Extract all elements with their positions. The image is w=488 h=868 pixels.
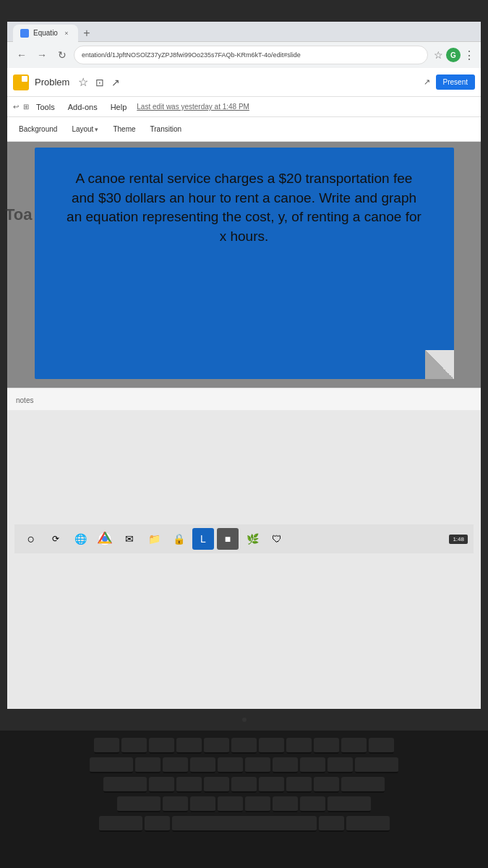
taskbar-home-icon[interactable]: ○ [20, 528, 42, 550]
key[interactable] [149, 777, 174, 793]
present-button[interactable]: Present [436, 75, 475, 90]
key-backspace[interactable] [355, 757, 398, 773]
undo-icon[interactable]: ↩ [13, 103, 19, 111]
key[interactable] [176, 738, 202, 754]
bookmark-icon[interactable]: ☆ [434, 49, 443, 61]
menu-bar: ↩ ⊞ Tools Add-ons Help Last edit was yes… [7, 97, 481, 117]
slide-container: A canoe rental service charges a $20 tra… [35, 148, 454, 382]
tab-label: Equatio [33, 29, 58, 37]
toolbar-background[interactable]: Background [13, 120, 63, 139]
taskbar-leaf-icon[interactable]: 🌿 [241, 528, 263, 550]
key[interactable] [163, 757, 188, 773]
key[interactable] [135, 757, 160, 773]
star-favorite-icon[interactable]: ☆ [78, 75, 88, 89]
key[interactable] [314, 777, 339, 793]
key-caps[interactable] [103, 777, 147, 793]
status-area: 1:48 [449, 535, 468, 544]
key[interactable] [300, 796, 325, 812]
key[interactable] [190, 757, 215, 773]
key-tab[interactable] [90, 757, 133, 773]
slides-share-icon: ↗ [111, 77, 120, 88]
speaker-notes-area[interactable]: notes [7, 388, 481, 410]
slides-logo-icon [13, 75, 29, 90]
new-tab-button[interactable]: + [78, 25, 95, 42]
key[interactable] [245, 757, 270, 773]
menu-help[interactable]: Help [105, 101, 133, 114]
browser-menu-icon[interactable]: ⋮ [463, 48, 475, 62]
toa-text: Toa [5, 205, 32, 224]
key[interactable] [149, 738, 174, 754]
key-ctrl[interactable] [99, 816, 142, 832]
taskbar-files-icon[interactable]: 📁 [143, 528, 165, 550]
refresh-button[interactable]: ↻ [53, 46, 71, 64]
key[interactable] [190, 796, 215, 812]
key-enter[interactable] [341, 777, 385, 793]
keyboard [0, 731, 488, 868]
key[interactable] [286, 777, 312, 793]
key-shift-right[interactable] [328, 796, 371, 812]
camera-notch [242, 718, 247, 722]
slides-right-actions: ↗ Present [424, 75, 475, 90]
browser-window: Equatio × + ← → ↻ entation/d/1JpftNOSOlZ… [7, 22, 481, 709]
key-space[interactable] [172, 816, 317, 832]
toolbar-transition[interactable]: Transition [145, 120, 188, 139]
toolbar-layout[interactable]: Layout ▾ [66, 120, 104, 139]
tab-close-btn[interactable]: × [62, 29, 71, 38]
forward-button[interactable]: → [33, 46, 51, 64]
key[interactable] [231, 777, 257, 793]
profile-avatar[interactable]: G [446, 48, 461, 62]
key[interactable] [204, 738, 229, 754]
taskbar-lock-icon[interactable]: 🔒 [168, 528, 189, 550]
active-tab[interactable]: Equatio × [13, 25, 78, 42]
taskbar: ○ ⟳ 🌐 ✉ 📁 🔒 L ■ 🌿 🛡 1:48 [14, 524, 474, 553]
toolbar-theme[interactable]: Theme [107, 120, 141, 139]
key[interactable] [273, 796, 298, 812]
key[interactable] [121, 738, 147, 754]
key[interactable] [300, 757, 325, 773]
laptop-screen: Equatio × + ← → ↻ entation/d/1JpftNOSOlZ… [0, 0, 488, 709]
key-row-2 [14, 757, 474, 773]
key[interactable] [341, 738, 367, 754]
address-url: entation/d/1JpftNOSOlZ37yZPJ8fwi99Oo235s… [82, 51, 301, 59]
tab-favicon [20, 29, 29, 38]
last-edit-label: Last edit was yesterday at 1:48 PM [137, 103, 249, 111]
key-alt[interactable] [145, 816, 170, 832]
taskbar-wifi-icon[interactable]: 🌐 [69, 528, 91, 550]
taskbar-square-icon[interactable]: ■ [217, 528, 239, 550]
key[interactable] [218, 757, 243, 773]
key[interactable] [176, 777, 202, 793]
taskbar-l-icon[interactable]: L [192, 528, 214, 550]
slide-editing-area[interactable]: A canoe rental service charges a $20 tra… [7, 142, 481, 388]
key[interactable] [259, 777, 284, 793]
address-bar[interactable]: entation/d/1JpftNOSOlZ37yZPJ8fwi99Oo235s… [74, 46, 428, 64]
key[interactable] [94, 738, 119, 754]
key-shift-left[interactable] [117, 796, 160, 812]
key[interactable] [286, 738, 312, 754]
bottom-bezel [0, 709, 488, 731]
menu-addons[interactable]: Add-ons [62, 101, 103, 114]
slides-app-bar: Problem ☆ ⊡ ↗ ↗ Present [7, 68, 481, 97]
key-ctrl-right[interactable] [346, 816, 390, 832]
key[interactable] [204, 777, 229, 793]
key[interactable] [218, 796, 243, 812]
key[interactable] [231, 738, 257, 754]
key-alt-right[interactable] [319, 816, 344, 832]
toolbar: Background Layout ▾ Theme Transition [7, 117, 481, 142]
key[interactable] [273, 757, 298, 773]
slide[interactable]: A canoe rental service charges a $20 tra… [35, 148, 454, 379]
key[interactable] [259, 738, 284, 754]
taskbar-mail-icon[interactable]: ✉ [119, 528, 140, 550]
key[interactable] [328, 757, 353, 773]
key[interactable] [163, 796, 188, 812]
key[interactable] [314, 738, 339, 754]
key[interactable] [245, 796, 270, 812]
slides-grid-icon[interactable]: ⊞ [23, 103, 29, 111]
taskbar-shield-icon[interactable]: 🛡 [266, 528, 288, 550]
key[interactable] [369, 738, 394, 754]
taskbar-chrome-icon[interactable] [94, 528, 116, 550]
back-button[interactable]: ← [13, 46, 30, 64]
taskbar-recent-icon[interactable]: ⟳ [45, 528, 67, 550]
menu-tools[interactable]: Tools [30, 101, 61, 114]
notes-label: notes [16, 396, 33, 404]
address-bar-row: ← → ↻ entation/d/1JpftNOSOlZ37yZPJ8fwi99… [7, 42, 481, 68]
